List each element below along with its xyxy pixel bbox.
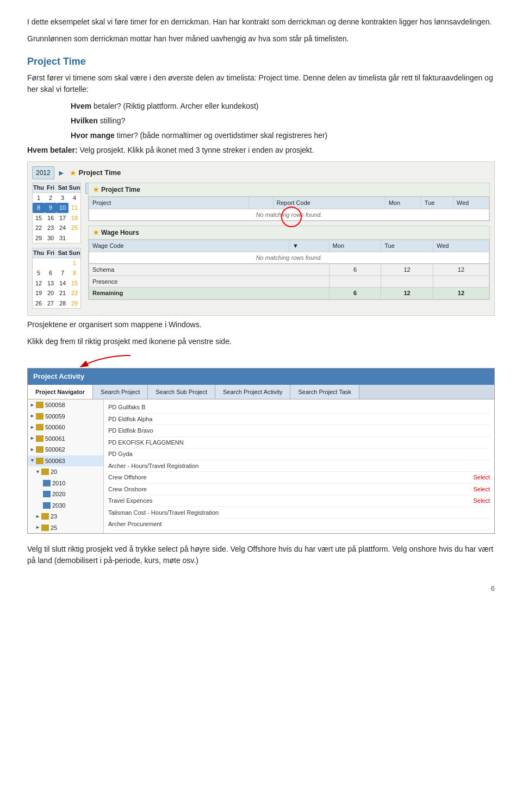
tree-item-2030[interactable]: 2030 — [28, 500, 103, 511]
cal-cell: 6 — [45, 268, 57, 278]
arrow-space — [27, 353, 495, 364]
cal2-row4: 19 20 21 22 — [33, 288, 80, 298]
tree-item-500062[interactable]: ► 500062 — [28, 444, 103, 455]
indent-1: Hvem betaler? (Riktig plattform. Archer … — [71, 101, 495, 112]
tree-item-500063[interactable]: ▼ 500063 — [28, 455, 103, 467]
right-row-archer-hours: Archer - Hours/Travel Registration — [108, 460, 490, 472]
schema-mon: 6 — [329, 264, 381, 276]
indent-2-label: Hvilken — [71, 116, 98, 125]
tab-search-project-activity[interactable]: Search Project Activity — [215, 385, 290, 399]
expand-icon: ► — [30, 402, 35, 409]
select-travel-link[interactable]: Select — [473, 496, 490, 505]
right-row-name: Crew Offshore — [108, 473, 469, 482]
wage-hours-section: ★ Wage Hours Wage Code ▼ Mon Tue Wed — [88, 226, 490, 300]
project-activity-screenshot: Project Activity Project Navigator Searc… — [27, 368, 495, 534]
cal-th-fri: Fri — [45, 183, 57, 192]
cal1-row5: 29 30 31 — [33, 233, 80, 243]
right-row-name: PD Gullfaks B — [108, 403, 490, 412]
pa-right-panel: PD Gullfaks B PD Eldfisk Alpha PD Eldfis… — [104, 399, 494, 533]
tree-item-500061[interactable]: ► 500061 — [28, 433, 103, 445]
pa-content-area: ► 500058 ► 500059 ► 500060 ► 500061 ► — [28, 399, 494, 533]
folder-icon — [36, 424, 44, 430]
cal-cell: 12 — [33, 278, 45, 289]
tree-item-20[interactable]: ▼ 20 — [28, 466, 103, 478]
forward-arrow-icon[interactable]: ► — [58, 167, 65, 179]
tree-item-25[interactable]: ► 25 — [28, 522, 103, 534]
paragraph-3: Først fører vi timene som skal være i de… — [27, 72, 495, 95]
cal2-header: Thu Fri Sat Sun — [33, 248, 80, 258]
tab-search-sub-project[interactable]: Search Sub Project — [148, 385, 215, 399]
cal2-th-sat: Sat — [57, 248, 69, 258]
cal-cell: 17 — [57, 213, 69, 223]
paragraph-2: Grunnlønnen som derrickman mottar han hv… — [27, 33, 495, 45]
right-row-name: Crew Onshore — [108, 485, 469, 494]
wh-icon: ★ — [93, 228, 99, 238]
cal-cell: 27 — [45, 298, 57, 309]
tree-item-label: 23 — [51, 512, 57, 521]
cal-cell-1: 1 — [69, 258, 80, 268]
file-icon — [43, 502, 51, 509]
right-row-name: PD Eldfisk Bravo — [108, 426, 490, 435]
tree-item-23[interactable]: ► 23 — [28, 511, 103, 522]
wh-col-arrow: ▼ — [289, 240, 330, 252]
cal-cell-15: 15 — [69, 278, 80, 289]
dropdown-arrow-icon[interactable]: ▼ — [293, 242, 299, 249]
tree-item-label: 2010 — [52, 479, 65, 488]
tab-search-project-task[interactable]: Search Project Task — [290, 385, 359, 399]
pt-no-rows-cell: No matching rows found. — [89, 209, 489, 221]
folder-icon — [36, 413, 44, 420]
tab-search-project[interactable]: Search Project — [93, 385, 148, 399]
cal-cell: 3 — [57, 193, 69, 203]
right-row-name: Talisman Cost - Hours/Travel Registratio… — [108, 508, 490, 517]
folder-icon — [36, 458, 44, 464]
cal2-th-thu: Thu — [33, 248, 45, 258]
expand-icon: ► — [30, 446, 35, 454]
cal-cell-8: 8 — [33, 203, 45, 213]
cal-th-sat: Sat — [57, 183, 69, 192]
cal-cell: 23 — [45, 223, 57, 233]
indent-3-text: timer? (både normaltimer og overtidstime… — [115, 131, 327, 140]
cal1-row4: 22 23 24 25 — [33, 223, 80, 233]
tree-item-500059[interactable]: ► 500059 — [28, 411, 103, 422]
pa-tabs-bar: Project Navigator Search Project Search … — [28, 385, 494, 400]
select-crew-offshore-link[interactable]: Select — [473, 473, 490, 482]
cal-cell — [33, 258, 45, 268]
cal-th-sun: Sun — [69, 183, 80, 192]
wh-col-code: Wage Code — [89, 240, 289, 252]
select-crew-onshore-link[interactable]: Select — [473, 485, 490, 494]
pt-no-rows-row: No matching rows found. — [89, 209, 489, 221]
right-row-crew-offshore: Crew Offshore Select — [108, 472, 490, 484]
cal-cell: 1 — [33, 193, 45, 203]
col-wed: Wed — [453, 197, 489, 209]
remaining-wed: 12 — [433, 288, 489, 299]
tree-item-2010[interactable]: 2010 — [28, 478, 103, 489]
right-row-ekofisk: PD EKOFISK FLAGGMENN — [108, 437, 490, 449]
cal-cell: 30 — [45, 233, 57, 243]
summary-table: Schema 6 12 12 Presence Remaining — [89, 264, 489, 299]
indent-3: Hvor mange timer? (både normaltimer og o… — [71, 130, 495, 141]
cal-cell: 22 — [33, 223, 45, 233]
pt-table-header-row: Project Report Code Mon Tue Wed — [89, 197, 489, 209]
section-title: Project Time — [27, 54, 495, 69]
tab-project-navigator[interactable]: Project Navigator — [28, 385, 93, 399]
tree-item-500058[interactable]: ► 500058 — [28, 399, 103, 411]
paragraph-6: Klikk deg frem til riktig prosjekt med i… — [27, 336, 495, 347]
project-time-section-header: ★ Project Time — [89, 183, 489, 197]
right-row-archer-procurement: Archer Procurement — [108, 519, 490, 530]
wh-no-rows-cell: No matching rows found. — [89, 252, 489, 264]
paragraph-1: I dette eksempelet skal vi føre timer fo… — [27, 16, 495, 28]
pt-section-title: Project Time — [101, 185, 140, 195]
tree-item-label: 500061 — [45, 434, 65, 444]
pt-icon: ★ — [70, 167, 77, 179]
folder-icon — [36, 402, 44, 408]
expand-open-icon: ▼ — [30, 457, 35, 465]
wh-col-mon: Mon — [329, 240, 381, 252]
cal-cell-25: 25 — [69, 223, 80, 233]
tree-item-500060[interactable]: ► 500060 — [28, 422, 103, 433]
indent-3-label: Hvor mange — [71, 131, 115, 140]
col-mon: Mon — [385, 197, 421, 209]
cal-cell — [45, 258, 57, 268]
tree-item-2020[interactable]: 2020 — [28, 489, 103, 500]
calendars-col: Thu Fri Sat Sun 1 2 3 4 8 9 10 11 — [32, 183, 84, 311]
wage-hours-table: Wage Code ▼ Mon Tue Wed No matching rows… — [89, 240, 489, 264]
